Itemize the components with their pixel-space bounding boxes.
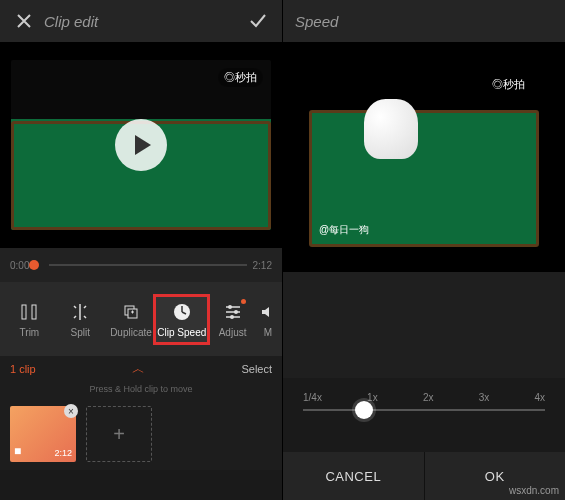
clip-count: 1 clip bbox=[10, 363, 36, 375]
tick-label: 3x bbox=[479, 392, 490, 403]
tick-label: 1x bbox=[367, 392, 378, 403]
add-clip-button[interactable]: + bbox=[86, 406, 152, 462]
screen-title: Clip edit bbox=[36, 13, 246, 30]
clip-row-header: 1 clip ︿ Select bbox=[0, 356, 282, 382]
speed-screen: Speed ◎秒拍 @每日一狗 1/4x 1x 2x 3x 4x CANCEL … bbox=[283, 0, 565, 500]
tool-more[interactable]: M bbox=[258, 297, 278, 342]
tool-clip-speed[interactable]: Clip Speed bbox=[156, 297, 207, 342]
close-icon[interactable] bbox=[12, 9, 36, 33]
duplicate-icon bbox=[120, 301, 142, 323]
page-watermark: wsxdn.com bbox=[509, 485, 559, 496]
select-button[interactable]: Select bbox=[241, 363, 272, 375]
slider-knob[interactable] bbox=[355, 401, 373, 419]
tool-bar: Trim Split Duplicate Clip Speed Adjust bbox=[0, 282, 282, 356]
time-start: 0:00 bbox=[10, 260, 29, 271]
header-left: Clip edit bbox=[0, 0, 282, 42]
chevron-up-icon[interactable]: ︿ bbox=[36, 360, 242, 378]
volume-icon bbox=[257, 301, 279, 323]
speed-slider[interactable]: 1/4x 1x 2x 3x 4x bbox=[283, 378, 565, 411]
camera-icon: ■ bbox=[14, 444, 21, 458]
cancel-button[interactable]: CANCEL bbox=[283, 452, 424, 500]
tool-trim[interactable]: Trim bbox=[4, 297, 55, 342]
svg-point-7 bbox=[230, 315, 234, 319]
playhead-icon[interactable] bbox=[29, 260, 39, 270]
watermark-badge: ◎秒拍 bbox=[218, 68, 263, 87]
svg-point-6 bbox=[234, 310, 238, 314]
confirm-icon[interactable] bbox=[246, 9, 270, 33]
timeline[interactable]: 0:00 2:12 bbox=[0, 248, 282, 282]
clip-thumbnail[interactable]: × ■ 2:12 bbox=[10, 406, 76, 462]
timeline-track[interactable] bbox=[49, 264, 246, 266]
tick-label: 2x bbox=[423, 392, 434, 403]
play-icon[interactable] bbox=[115, 119, 167, 171]
trim-icon bbox=[18, 301, 40, 323]
adjust-icon bbox=[222, 301, 244, 323]
svg-rect-1 bbox=[32, 305, 36, 319]
clip-edit-screen: Clip edit ◎秒拍 0:00 2:12 Trim Split bbox=[0, 0, 283, 500]
svg-point-5 bbox=[228, 305, 232, 309]
tick-label: 1/4x bbox=[303, 392, 322, 403]
clip-hint: Press & Hold clip to move bbox=[0, 382, 282, 398]
video-preview[interactable]: ◎秒拍 bbox=[0, 42, 282, 248]
video-preview[interactable]: ◎秒拍 @每日一狗 bbox=[283, 42, 565, 272]
spacer bbox=[283, 272, 565, 378]
clip-thumbnails: × ■ 2:12 + bbox=[0, 398, 282, 470]
watermark-badge: ◎秒拍 bbox=[486, 75, 531, 94]
time-end: 2:12 bbox=[253, 260, 272, 271]
svg-rect-0 bbox=[22, 305, 26, 319]
watermark-caption: @每日一狗 bbox=[319, 223, 369, 237]
clip-speed-icon bbox=[171, 301, 193, 323]
tool-split[interactable]: Split bbox=[55, 297, 106, 342]
split-icon bbox=[69, 301, 91, 323]
header-right: Speed bbox=[283, 0, 565, 42]
clip-duration: 2:12 bbox=[54, 448, 72, 458]
tick-label: 4x bbox=[534, 392, 545, 403]
tool-duplicate[interactable]: Duplicate bbox=[106, 297, 157, 342]
screen-title: Speed bbox=[295, 13, 553, 30]
remove-clip-icon[interactable]: × bbox=[64, 404, 78, 418]
speed-ticks: 1/4x 1x 2x 3x 4x bbox=[303, 392, 545, 403]
slider-track[interactable] bbox=[303, 409, 545, 411]
tool-adjust[interactable]: Adjust bbox=[207, 297, 258, 342]
